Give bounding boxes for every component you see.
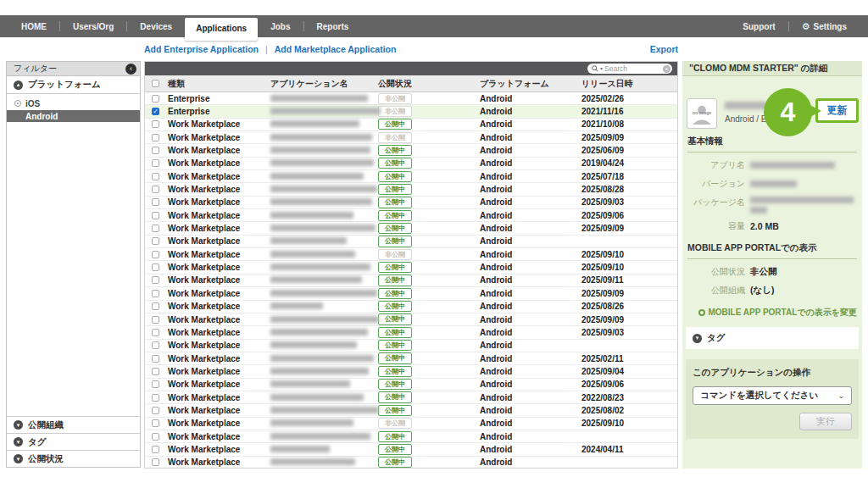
section-publish-org[interactable]: ▾ 公開組織 bbox=[7, 416, 140, 433]
row-checkbox[interactable]: ✓ bbox=[152, 276, 159, 284]
row-checkbox[interactable]: ✓ bbox=[152, 341, 159, 349]
platform: Android bbox=[480, 302, 581, 311]
table-row[interactable]: ✓ Work Marketplace 公開中 Android 2022/08/2… bbox=[145, 391, 677, 404]
table-row[interactable]: ✓ Work Marketplace 非公開 Android 2025/09/1… bbox=[145, 248, 677, 261]
redacted-app-name bbox=[270, 120, 359, 127]
table-row[interactable]: ✓ Enterprise 非公開 Android 2025/02/26 bbox=[145, 92, 677, 105]
chevron-down-circle-icon: ▾ bbox=[14, 420, 23, 430]
platform: Android bbox=[480, 289, 581, 298]
table-row[interactable]: ✓ Work Marketplace 公開中 Android 2025/09/0… bbox=[145, 222, 677, 235]
row-checkbox[interactable]: ✓ bbox=[152, 159, 159, 167]
row-checkbox[interactable]: ✓ bbox=[152, 458, 159, 466]
table-row[interactable]: ✓ Work Marketplace 公開中 Android 2025/09/0… bbox=[145, 365, 677, 378]
row-checkbox[interactable]: ✓ bbox=[152, 380, 159, 388]
command-select[interactable]: コマンドを選択してください ⌄ bbox=[693, 386, 852, 405]
sidebar-item-android[interactable]: Android bbox=[7, 110, 140, 122]
add-marketplace-application-link[interactable]: Add Marketplace Application bbox=[275, 44, 397, 54]
table-row[interactable]: ✓ Work Marketplace 公開中 Android 2025/09/0… bbox=[145, 313, 677, 326]
table-row[interactable]: ✓ Work Marketplace 公開中 Android bbox=[145, 340, 677, 352]
nav-item-support[interactable]: Support bbox=[730, 22, 787, 31]
tag-section-header[interactable]: ▾ タグ bbox=[686, 327, 859, 349]
row-checkbox[interactable]: ✓ bbox=[152, 419, 159, 427]
platform: Android bbox=[480, 94, 581, 103]
update-button[interactable]: 更新 bbox=[815, 98, 859, 123]
add-enterprise-application-link[interactable]: Add Enterprise Application bbox=[144, 44, 259, 54]
column-header-platform[interactable]: プラットフォーム bbox=[480, 78, 581, 90]
table-row[interactable]: ✓ Work Marketplace 公開中 Android 2025/09/1… bbox=[145, 261, 677, 274]
row-checkbox[interactable]: ✓ bbox=[152, 225, 159, 232]
row-checkbox[interactable]: ✓ bbox=[152, 316, 159, 324]
row-checkbox[interactable]: ✓ bbox=[152, 108, 159, 115]
sidebar-collapse-button[interactable]: ‹ bbox=[125, 64, 136, 75]
column-header-release-date[interactable]: リリース日時 bbox=[581, 78, 677, 90]
table-row[interactable]: ✓ Work Marketplace 公開中 Android 2025/09/0… bbox=[145, 209, 677, 222]
table-row[interactable]: ✓ Work Marketplace 公開中 Android 2025/08/0… bbox=[145, 404, 677, 417]
redacted-value bbox=[750, 197, 854, 203]
section-platform[interactable]: ▴ プラットフォーム bbox=[7, 76, 140, 94]
section-tags[interactable]: ▾ タグ bbox=[7, 433, 140, 450]
row-checkbox[interactable]: ✓ bbox=[152, 147, 159, 154]
table-row[interactable]: ✓ Work Marketplace 非公開 Android 2025/09/0… bbox=[145, 131, 677, 144]
row-checkbox[interactable]: ✓ bbox=[152, 290, 159, 297]
row-checkbox[interactable]: ✓ bbox=[152, 134, 159, 141]
release-date: 2025/07/18 bbox=[581, 172, 677, 181]
nav-item-devices[interactable]: Devices bbox=[127, 22, 185, 31]
table-row[interactable]: ✓ Work Marketplace 公開中 Android 2019/04/2… bbox=[145, 158, 677, 170]
sidebar-item-ios[interactable]: iOS bbox=[7, 97, 140, 110]
nav-item-applications[interactable]: Applications bbox=[185, 18, 258, 41]
table-row[interactable]: ✓ Work Marketplace 公開中 Android 2025/09/0… bbox=[145, 197, 677, 209]
table-row[interactable]: ✓ Work Marketplace 公開中 Android 2021/10/0… bbox=[145, 119, 677, 131]
portal-display-change-link[interactable]: MOBILE APP PORTALでの表示を変更 bbox=[687, 307, 857, 319]
table-row[interactable]: ✓ Work Marketplace 公開中 Android 2025/09/1… bbox=[145, 274, 677, 287]
row-checkbox[interactable]: ✓ bbox=[152, 446, 159, 453]
row-checkbox[interactable]: ✓ bbox=[152, 237, 159, 245]
row-checkbox[interactable]: ✓ bbox=[152, 173, 159, 180]
select-all-checkbox[interactable]: ✓ bbox=[152, 80, 159, 87]
table-row[interactable]: ✓ Work Marketplace 公開中 Android 2025/09/0… bbox=[145, 287, 677, 300]
table-row[interactable]: ✓ Work Marketplace 公開中 Android bbox=[145, 236, 677, 248]
table-row[interactable]: ✓ Work Marketplace 公開中 Android 2025/02/1… bbox=[145, 352, 677, 365]
row-checkbox[interactable]: ✓ bbox=[152, 368, 159, 375]
row-checkbox[interactable]: ✓ bbox=[152, 95, 159, 103]
row-checkbox[interactable]: ✓ bbox=[152, 212, 159, 219]
table-row[interactable]: ✓ Work Marketplace 公開中 Android bbox=[145, 430, 677, 443]
row-checkbox[interactable]: ✓ bbox=[152, 302, 159, 310]
row-checkbox[interactable]: ✓ bbox=[152, 198, 159, 206]
search-input[interactable]: ▾ Search × bbox=[587, 64, 672, 74]
row-checkbox[interactable]: ✓ bbox=[152, 120, 159, 128]
row-checkbox[interactable]: ✓ bbox=[152, 329, 159, 336]
nav-item-home[interactable]: HOME bbox=[8, 22, 59, 31]
row-checkbox[interactable]: ✓ bbox=[152, 355, 159, 363]
table-row[interactable]: ✓ Work Marketplace 公開中 Android bbox=[145, 457, 677, 468]
column-header-status[interactable]: 公開状況 bbox=[378, 78, 480, 90]
row-checkbox[interactable]: ✓ bbox=[152, 407, 159, 414]
nav-item-reports[interactable]: Reports bbox=[304, 22, 362, 31]
app-type: Work Marketplace bbox=[168, 289, 270, 298]
table-row[interactable]: ✓ Enterprise 非公開 Android 2021/11/16 bbox=[145, 105, 677, 118]
table-row[interactable]: ✓ Work Marketplace 公開中 Android 2025/07/1… bbox=[145, 170, 677, 183]
section-publish-status[interactable]: ▾ 公開状況 bbox=[7, 450, 140, 467]
column-header-app-name[interactable]: アプリケーション名 bbox=[270, 78, 378, 90]
row-checkbox[interactable]: ✓ bbox=[152, 186, 159, 193]
export-link[interactable]: Export bbox=[650, 44, 678, 54]
table-row[interactable]: ✓ Work Marketplace 公開中 Android 2025/09/0… bbox=[145, 379, 677, 391]
release-date: 2025/02/11 bbox=[581, 354, 677, 363]
table-row[interactable]: ✓ Work Marketplace 非公開 Android 2025/09/1… bbox=[145, 418, 677, 430]
table-row[interactable]: ✓ Work Marketplace 公開中 Android 2025/08/2… bbox=[145, 301, 677, 313]
callout-tail bbox=[807, 103, 821, 119]
table-row[interactable]: ✓ Work Marketplace 公開中 Android 2024/04/1… bbox=[145, 443, 677, 456]
nav-item-settings[interactable]: ⚙ Settings bbox=[789, 21, 860, 32]
column-header-type[interactable]: 種類 bbox=[168, 78, 270, 90]
search-scope-caret-icon[interactable]: ▾ bbox=[600, 66, 603, 71]
row-checkbox[interactable]: ✓ bbox=[152, 251, 159, 258]
row-checkbox[interactable]: ✓ bbox=[152, 394, 159, 402]
row-checkbox[interactable]: ✓ bbox=[152, 433, 159, 441]
execute-button[interactable]: 実行 bbox=[799, 413, 852, 430]
search-clear-icon[interactable]: × bbox=[663, 65, 670, 73]
table-row[interactable]: ✓ Work Marketplace 公開中 Android 2025/06/0… bbox=[145, 144, 677, 157]
nav-item-jobs[interactable]: Jobs bbox=[258, 22, 303, 31]
table-row[interactable]: ✓ Work Marketplace 公開中 Android 2025/09/0… bbox=[145, 326, 677, 339]
table-row[interactable]: ✓ Work Marketplace 公開中 Android 2025/08/2… bbox=[145, 183, 677, 196]
row-checkbox[interactable]: ✓ bbox=[152, 263, 159, 271]
nav-item-users-org[interactable]: Users/Org bbox=[60, 22, 126, 31]
